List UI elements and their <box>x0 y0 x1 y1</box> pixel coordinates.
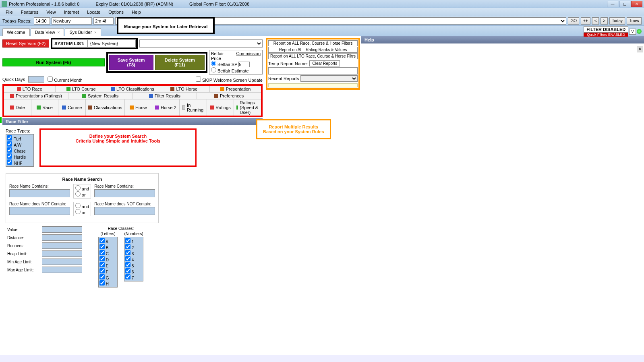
close-button[interactable]: ✕ <box>631 1 642 7</box>
menu-locate[interactable]: Locate <box>83 9 104 15</box>
betfair-sp-radio[interactable]: Betfair SP <box>211 62 237 67</box>
scroll-up-icon[interactable]: ▲ <box>637 46 643 52</box>
class-letter-D[interactable]: D <box>99 256 116 262</box>
class-letter-G[interactable]: G <box>99 274 116 280</box>
filter-tab-in-running[interactable]: In Running <box>180 99 207 116</box>
filter-tab-group: LTO RaceLTO CourseLTO ClassificationsLTO… <box>2 84 263 117</box>
contains-label: Race Name Contains: <box>9 184 70 188</box>
menu-features[interactable]: Features <box>17 9 42 15</box>
tab-icon <box>220 87 224 91</box>
contains-input-2[interactable] <box>94 189 155 197</box>
filter-tab-presentations-ratings-[interactable]: Presentations (Ratings) <box>4 93 68 99</box>
report-all-filters-button[interactable]: Report on ALL Race, Course & Horse Filte… <box>268 40 358 46</box>
tab-welcome[interactable]: Welcome <box>2 28 30 36</box>
numbers-list: 1 2 3 4 5 6 7 <box>124 237 143 281</box>
class-number-7[interactable]: 7 <box>125 274 142 280</box>
tab-sysbuilder[interactable]: Sys Builder× <box>65 28 101 36</box>
current-month-checkbox[interactable]: Current Month <box>48 77 82 83</box>
filter-tab-horse-2[interactable]: Horse 2 <box>152 99 180 116</box>
race-type-a/w[interactable]: A/W <box>7 141 33 147</box>
clear-reports-button[interactable]: Clear Reports <box>309 60 340 66</box>
system-list-dropdown[interactable] <box>139 39 263 48</box>
minage-input[interactable] <box>42 259 82 265</box>
race-type-nhf[interactable]: NHF <box>7 159 33 165</box>
filter-tab-lto-classifications[interactable]: LTO Classifications <box>107 86 159 92</box>
class-letter-E[interactable]: E <box>99 262 116 268</box>
filter-v-button[interactable]: V <box>629 29 636 35</box>
commission-input[interactable] <box>238 62 250 67</box>
notcontain-input-2[interactable] <box>94 207 155 215</box>
value-input[interactable] <box>42 226 82 233</box>
skip-welcome-checkbox[interactable]: SKIP Welcome Screen Update <box>196 77 263 83</box>
race-type-chase[interactable]: Chase <box>7 147 33 153</box>
system-list-value[interactable]: {New System} <box>87 40 136 47</box>
race-type-hurdle[interactable]: Hurdle <box>7 153 33 159</box>
filter-tab-horse[interactable]: Horse <box>125 99 152 116</box>
betfair-estimate-radio[interactable]: Betfair Estimate <box>211 68 249 73</box>
tomorrow-button[interactable]: Tmrw <box>627 17 642 25</box>
and-radio[interactable]: and <box>75 204 89 209</box>
filter-tab-lto-horse[interactable]: LTO Horse <box>158 86 210 92</box>
class-number-5[interactable]: 5 <box>125 262 142 268</box>
race-type-turf[interactable]: Turf <box>7 135 33 141</box>
filter-tab-ratings-speed-user-[interactable]: Ratings (Speed & User) <box>234 99 261 116</box>
minimize-button[interactable]: — <box>607 1 618 7</box>
menu-file[interactable]: File <box>2 9 17 15</box>
menu-help[interactable]: Help <box>128 9 145 15</box>
filter-tab-classifications[interactable]: Classifications <box>86 99 125 116</box>
menu-internet[interactable]: Internet <box>60 9 83 15</box>
maximize-button[interactable]: ▢ <box>619 1 630 7</box>
class-letter-C[interactable]: C <box>99 250 116 256</box>
class-number-4[interactable]: 4 <box>125 256 142 262</box>
or-radio[interactable]: or <box>75 210 86 215</box>
menu-view[interactable]: View <box>42 9 60 15</box>
distance-input[interactable] <box>42 234 82 241</box>
class-number-1[interactable]: 1 <box>125 238 142 244</box>
report-lto-button[interactable]: Report on ALL LTO Race, Course & Horse F… <box>268 53 358 59</box>
filter-tab-lto-course[interactable]: LTO Course <box>56 86 107 92</box>
tab-dataview[interactable]: Data View× <box>31 28 64 36</box>
class-letter-A[interactable]: A <box>99 238 116 244</box>
close-icon[interactable]: × <box>94 30 97 35</box>
filter-tab-lto-race[interactable]: LTO Race <box>4 86 56 92</box>
next-button[interactable]: > <box>601 17 608 25</box>
plusplus-button[interactable]: ++ <box>581 17 590 25</box>
race-time-input[interactable] <box>34 17 50 25</box>
today-button[interactable]: Today <box>609 17 625 25</box>
and-radio[interactable]: and <box>75 186 89 191</box>
filter-tab-ratings[interactable]: Ratings <box>207 99 234 116</box>
menu-options[interactable]: Options <box>104 9 128 15</box>
hcap-input[interactable] <box>42 250 82 257</box>
filter-tab-preferences[interactable]: Preferences <box>197 93 261 99</box>
class-number-2[interactable]: 2 <box>125 244 142 250</box>
recent-reports-dropdown[interactable] <box>300 75 358 82</box>
report-ratings-button[interactable]: Report on ALL Rating Ranks & Values <box>268 47 358 53</box>
notcontain-input-1[interactable] <box>9 207 70 215</box>
filter-tab-course[interactable]: Course <box>58 99 86 116</box>
maxage-input[interactable] <box>42 267 82 273</box>
race-course-input[interactable] <box>52 17 92 25</box>
prev-button[interactable]: < <box>592 17 599 25</box>
race-dist-input[interactable] <box>93 17 114 25</box>
filter-tab-date[interactable]: Date <box>4 99 31 116</box>
class-number-3[interactable]: 3 <box>125 250 142 256</box>
class-letter-F[interactable]: F <box>99 268 116 274</box>
go-button[interactable]: GO <box>568 17 579 25</box>
class-letter-H[interactable]: H <box>99 280 116 286</box>
filter-tab-presentation[interactable]: Presentation <box>210 86 261 92</box>
filter-tab-system-results[interactable]: System Results <box>68 93 133 99</box>
temp-report-input[interactable] <box>268 67 358 74</box>
save-system-button[interactable]: Save System (F8) <box>109 55 153 70</box>
reset-sys-vars-button[interactable]: Reset Sys Vars (F2) <box>2 39 49 48</box>
class-letter-B[interactable]: B <box>99 244 116 250</box>
quick-days-input[interactable] <box>28 76 44 83</box>
contains-input-1[interactable] <box>9 189 70 197</box>
or-radio[interactable]: or <box>75 192 86 197</box>
delete-system-button[interactable]: Delete System (F11) <box>155 55 205 70</box>
filter-tab-filter-results[interactable]: Filter Results <box>133 93 197 99</box>
filter-tab-race[interactable]: Race <box>31 99 59 116</box>
close-icon[interactable]: × <box>58 30 60 35</box>
runners-input[interactable] <box>42 242 82 249</box>
class-number-6[interactable]: 6 <box>125 268 142 274</box>
run-system-button[interactable]: Run System (F5) <box>2 58 105 66</box>
